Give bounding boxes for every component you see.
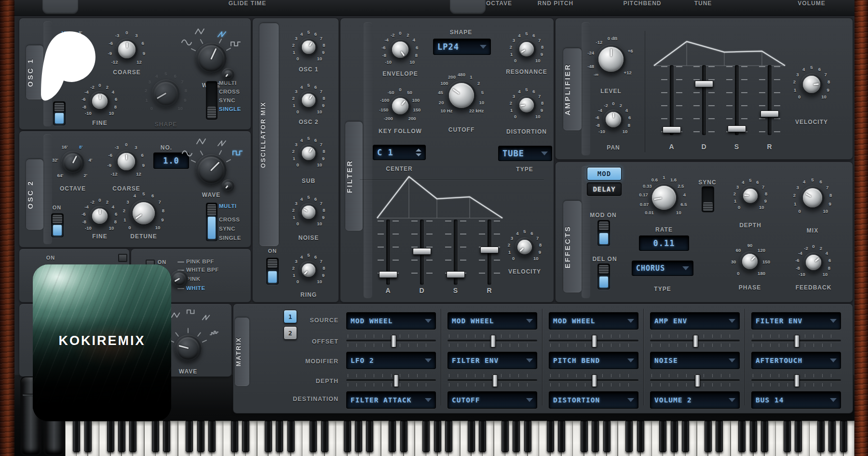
slider-handle[interactable] <box>794 374 800 387</box>
filter-release-slider[interactable] <box>479 220 500 285</box>
piano-key-black[interactable] <box>186 421 193 452</box>
piano-key-black[interactable] <box>479 421 486 452</box>
depth-slider[interactable] <box>751 374 841 387</box>
saw-wave-icon[interactable] <box>217 139 228 147</box>
osc2-on-switch[interactable] <box>51 213 64 237</box>
piano-key-black[interactable] <box>73 421 80 452</box>
piano-key-black[interactable] <box>558 421 565 452</box>
piano-key-black[interactable] <box>750 421 757 452</box>
slider-handle[interactable] <box>413 248 431 255</box>
pulse-wave-icon[interactable] <box>230 40 242 48</box>
mix-osc2-knob[interactable]: 012345678910 <box>299 91 318 110</box>
destination-dropdown[interactable]: FILTER ATTACK <box>346 391 436 409</box>
level-knob[interactable]: -∞-48-24-120 dB+6+12 <box>596 44 626 74</box>
mix-noise-knob[interactable]: 012345678910 <box>299 203 318 221</box>
mod-button[interactable]: MOD <box>587 167 622 180</box>
osc2-mode-switch[interactable] <box>206 203 217 241</box>
source-dropdown[interactable]: FILTER ENV <box>751 312 841 330</box>
slider-handle[interactable] <box>592 335 597 347</box>
osc1-mode-cross[interactable]: CROSS <box>219 89 240 95</box>
spinner-down-button[interactable] <box>416 153 421 156</box>
piano-key-black[interactable] <box>625 421 633 452</box>
piano-key-black[interactable] <box>276 421 283 452</box>
source-dropdown[interactable]: MOD WHEEL <box>346 312 436 330</box>
piano-key-black[interactable] <box>355 421 362 452</box>
slider-handle[interactable] <box>391 335 396 347</box>
piano-key-black[interactable] <box>502 421 509 452</box>
filter-decay-slider[interactable] <box>411 220 433 285</box>
mix-sub-knob[interactable]: 012345678910 <box>299 144 318 163</box>
piano-key-black[interactable] <box>434 421 441 452</box>
triangle-wave-icon[interactable] <box>196 138 207 145</box>
osc1-pulse-width-knob[interactable] <box>222 68 234 81</box>
filter-sustain-slider[interactable] <box>445 220 466 285</box>
slider-handle[interactable] <box>447 271 465 278</box>
piano-key-black[interactable] <box>524 421 531 452</box>
osc1-on-switch[interactable] <box>53 101 66 125</box>
piano-key-black[interactable] <box>118 421 125 452</box>
osc1-mode-switch[interactable] <box>206 81 217 120</box>
depth-slider[interactable] <box>650 374 740 387</box>
mod-on-switch[interactable] <box>597 220 610 246</box>
osc1-mode-sync[interactable]: SYNC <box>219 97 235 103</box>
feedback-knob[interactable]: -10-8-6-4-20246810 <box>803 252 824 273</box>
saw-wave-icon[interactable] <box>201 314 212 321</box>
noise-type-white-bpf[interactable]: WHITE BPF <box>186 267 219 273</box>
slider-handle[interactable] <box>592 374 597 387</box>
amp-attack-slider[interactable] <box>661 65 682 135</box>
filter-velocity-knob[interactable]: 012345678910 <box>515 237 534 257</box>
filter-center-spinner[interactable]: C 1 <box>373 145 426 160</box>
source-dropdown[interactable]: AMP ENV <box>650 312 740 330</box>
slider-handle[interactable] <box>663 126 681 133</box>
piano-key-black[interactable] <box>513 421 520 452</box>
offset-slider[interactable] <box>549 334 638 347</box>
osc2-detune-knob[interactable]: 012345678910 <box>130 200 157 227</box>
osc1-mode-single[interactable]: SINGLE <box>219 106 241 112</box>
piano-key-black[interactable] <box>366 421 373 452</box>
noise-type-white[interactable]: WHITE <box>186 285 205 291</box>
distortion-knob[interactable]: 012345678910 <box>517 96 536 115</box>
source-dropdown[interactable]: MOD WHEEL <box>549 312 638 330</box>
osc2-pulse-width-knob[interactable] <box>222 180 234 192</box>
depth-slider[interactable] <box>448 374 537 387</box>
piano-key-black[interactable] <box>310 421 317 452</box>
pulse-wave-icon[interactable] <box>232 149 244 157</box>
piano-key-black[interactable] <box>208 421 216 452</box>
slider-handle[interactable] <box>492 374 498 387</box>
osc2-coarse-knob[interactable]: -12-9-6-3036912 <box>115 151 137 173</box>
piano-key-black[interactable] <box>671 421 678 452</box>
piano-key-black[interactable] <box>445 421 452 452</box>
piano-key-black[interactable] <box>107 421 114 452</box>
square-wave-icon[interactable] <box>186 308 197 316</box>
slider-handle[interactable] <box>379 271 397 278</box>
filter-envelope-knob[interactable]: -10-8-6-4-20246810 <box>390 39 411 60</box>
offset-slider[interactable] <box>448 334 537 347</box>
osc2-mode-multi[interactable]: MULTI <box>219 203 237 209</box>
amp-decay-slider[interactable] <box>693 65 715 135</box>
piano-key-black[interactable] <box>468 421 475 452</box>
piano-key-black[interactable] <box>163 421 170 452</box>
piano-key-black[interactable] <box>659 421 666 452</box>
osc2-mode-cross[interactable]: CROSS <box>219 217 240 222</box>
osc2-octave-knob[interactable]: 64'32'16'8'4'2' <box>61 151 84 174</box>
modifier-dropdown[interactable]: NOISE <box>650 352 740 369</box>
filter-attack-slider[interactable] <box>378 220 399 285</box>
modifier-dropdown[interactable]: AFTERTOUCH <box>751 352 841 369</box>
effect-type-dropdown[interactable]: CHORUS <box>632 261 693 276</box>
piano-key-black[interactable] <box>592 421 599 452</box>
key-follow-knob[interactable]: -200-150-100-50050100150200 <box>390 96 411 117</box>
osc2-mode-sync[interactable]: SYNC <box>219 226 235 232</box>
noise-type-pink[interactable]: PINK <box>186 276 200 282</box>
piano-key-black[interactable] <box>231 421 238 452</box>
triangle-wave-icon[interactable] <box>171 312 181 319</box>
slider-handle[interactable] <box>480 247 499 253</box>
piano-key-black[interactable] <box>321 421 328 452</box>
piano-key-black[interactable] <box>344 421 351 452</box>
rate-knob[interactable]: 0.010.070.170.330.611.62.546.510 <box>650 183 678 212</box>
piano-key-black[interactable] <box>422 421 430 452</box>
depth-slider[interactable] <box>549 374 638 387</box>
source-dropdown[interactable]: MOD WHEEL <box>448 312 537 330</box>
piano-key-black[interactable] <box>603 421 610 452</box>
amp-velocity-knob[interactable]: 012345678910 <box>800 73 823 96</box>
slider-handle[interactable] <box>728 125 746 132</box>
